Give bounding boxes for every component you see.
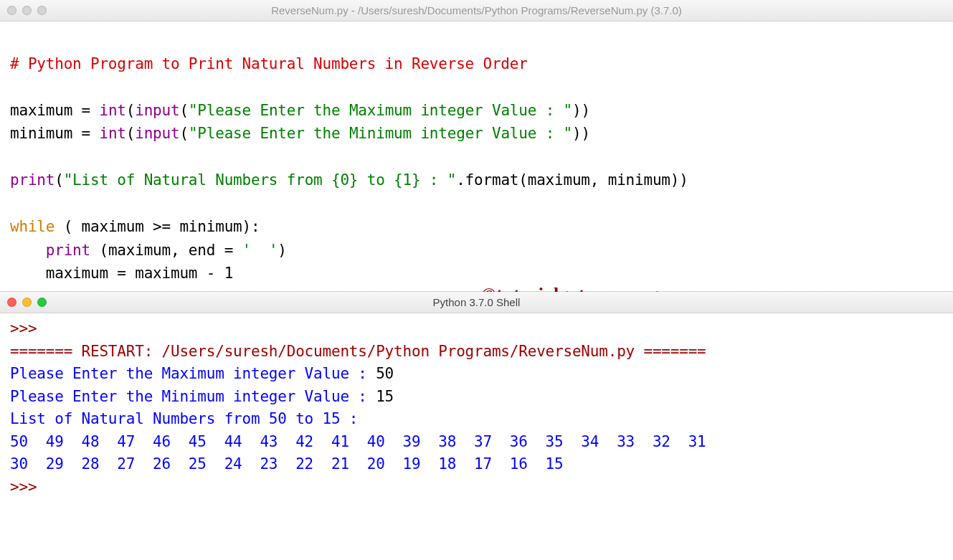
- close-icon[interactable]: [7, 298, 16, 307]
- shell-titlebar: Python 3.7.0 Shell: [0, 292, 953, 313]
- string-literal: "Please Enter the Minimum integer Value …: [189, 125, 572, 142]
- editor-window-title: ReverseNum.py - /Users/suresh/Documents/…: [0, 4, 953, 16]
- output-numbers: 30 29 28 27 26 25 24 23 22 21 20 19 18 1…: [10, 455, 581, 473]
- user-input: 15: [376, 388, 394, 405]
- builtin-print: print: [46, 242, 90, 259]
- string-literal: "Please Enter the Maximum integer Value …: [189, 102, 572, 119]
- input-prompt: Please Enter the Minimum integer Value :: [10, 388, 376, 405]
- builtin-int: int: [99, 102, 125, 119]
- builtin-input: input: [135, 102, 179, 119]
- restart-banner: ======= RESTART: /Users/suresh/Documents…: [10, 343, 706, 360]
- user-input: 50: [376, 365, 394, 382]
- string-literal: ' ': [242, 242, 278, 259]
- editor-titlebar: ReverseNum.py - /Users/suresh/Documents/…: [0, 0, 953, 22]
- output-line: List of Natural Numbers from 50 to 15 :: [10, 410, 367, 427]
- output-numbers: 50 49 48 47 46 45 44 43 42 41 40 39 38 3…: [10, 433, 724, 450]
- code-editor[interactable]: # Python Program to Print Natural Number…: [0, 22, 953, 291]
- shell-traffic-lights: [7, 298, 47, 307]
- code-comment: # Python Program to Print Natural Number…: [10, 55, 528, 72]
- keyword-while: while: [10, 218, 54, 235]
- builtin-input: input: [135, 125, 179, 142]
- close-icon[interactable]: [7, 6, 16, 15]
- shell-output[interactable]: >>> ======= RESTART: /Users/suresh/Docum…: [0, 313, 953, 503]
- shell-prompt: >>>: [10, 320, 46, 337]
- code-text: maximum =: [10, 102, 99, 119]
- editor-traffic-lights: [7, 6, 47, 15]
- code-text: minimum =: [10, 125, 99, 142]
- builtin-int: int: [99, 125, 125, 142]
- zoom-icon[interactable]: [37, 298, 47, 307]
- minimize-icon[interactable]: [22, 6, 32, 15]
- shell-prompt: >>>: [10, 478, 46, 495]
- shell-window-title: Python 3.7.0 Shell: [0, 296, 953, 308]
- builtin-print: print: [10, 171, 54, 189]
- minimize-icon[interactable]: [22, 298, 32, 307]
- input-prompt: Please Enter the Maximum integer Value :: [10, 365, 376, 382]
- zoom-icon[interactable]: [37, 6, 47, 15]
- string-literal: "List of Natural Numbers from {0} to {1}…: [64, 171, 457, 189]
- code-text: maximum = maximum - 1: [10, 265, 233, 282]
